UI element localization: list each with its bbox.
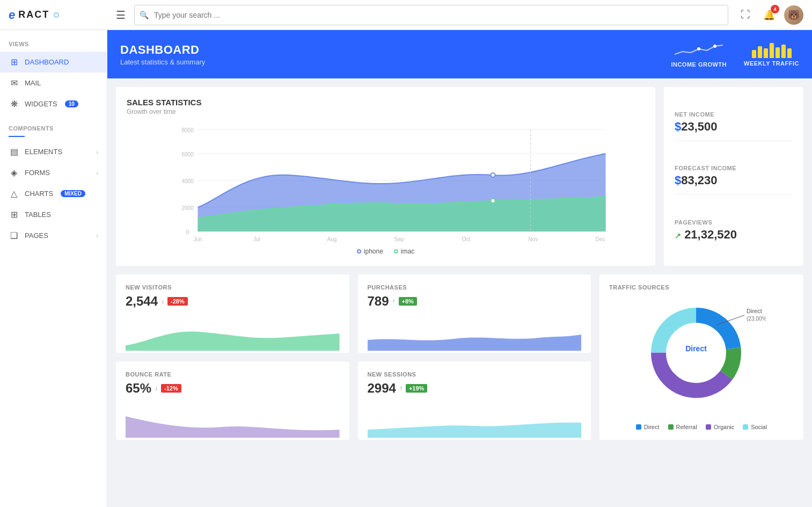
sidebar-item-tables[interactable]: ⊞ TABLES (0, 204, 107, 225)
net-income-label: NET INCOME (675, 111, 793, 118)
sidebar-item-charts[interactable]: △ CHARTS MIXED (0, 183, 107, 204)
metric-row-1: NEW VISITORS 2,544 ↓ -28% (116, 274, 591, 353)
traffic-legend: Direct Referral Organic (636, 424, 767, 430)
down-arrow-icon: ↓ (155, 385, 158, 392)
sidebar-item-elements[interactable]: ▤ ELEMENTS › (0, 141, 107, 162)
organic-dot (706, 424, 711, 430)
sidebar-item-label: DASHBOARD (25, 58, 69, 66)
imac-legend-dot (394, 249, 398, 253)
sidebar-item-mail[interactable]: ✉ MAIL (0, 73, 107, 93)
bottom-row: NEW VISITORS 2,544 ↓ -28% (116, 274, 803, 440)
forecast-income-number: 83,230 (681, 173, 717, 187)
svg-text:Direct: Direct (685, 344, 707, 353)
purchases-change: +8% (399, 297, 417, 306)
avatar[interactable]: 🐻 (784, 5, 803, 25)
sidebar-item-forms[interactable]: ◈ FORMS › (0, 162, 107, 183)
sidebar-item-label: WIDGETS (25, 100, 57, 108)
fullscreen-icon[interactable]: ⛶ (737, 6, 754, 24)
chart-legend: iphone imac (127, 248, 645, 255)
pages-icon: ❏ (9, 230, 19, 241)
sidebar: VIEWS ⊞ DASHBOARD ✉ MAIL ❋ WIDGETS 10 CO… (0, 30, 107, 507)
svg-text:0: 0 (186, 229, 189, 235)
svg-text:Jun: Jun (193, 236, 202, 242)
net-income-value: $23,500 (675, 120, 793, 134)
logo-dot (54, 12, 59, 18)
sidebar-item-widgets[interactable]: ❋ WIDGETS 10 (0, 93, 107, 114)
svg-text:Direct: Direct (747, 308, 762, 314)
svg-text:Oct: Oct (462, 236, 471, 242)
up-arrow-icon: ↑ (399, 385, 403, 392)
iphone-legend-dot (357, 249, 361, 253)
weekly-traffic-label: WEEKLY TRAFFIC (744, 60, 799, 67)
referral-dot (668, 424, 674, 430)
legend-referral: Referral (668, 424, 697, 430)
new-sessions-card: NEW SESSIONS 2994 ↑ +19% (358, 361, 591, 440)
puzzle-icon: ❋ (9, 99, 19, 109)
bounce-rate-number: 65% (126, 381, 151, 396)
pageviews-stat: PAGEVIEWS ↗ 21,32,520 (675, 213, 793, 248)
metric-row-2: BOUNCE RATE 65% ↓ -12% (116, 361, 591, 440)
traffic-sources-card: TRAFFIC SOURCES (599, 274, 803, 440)
logo-icon: e (9, 8, 15, 22)
income-growth-widget[interactable]: INCOME GROWTH (671, 41, 727, 68)
table-icon: ⊞ (9, 209, 19, 220)
new-visitors-number: 2,544 (126, 294, 158, 309)
dashboard-title-area: DASHBOARD Latest statistics & summary (120, 43, 205, 66)
svg-point-13 (491, 199, 495, 203)
legend-iphone: iphone (357, 248, 383, 255)
metric-cards-area: NEW VISITORS 2,544 ↓ -28% (116, 274, 591, 440)
donut-chart: Direct Direct (23.00%) (637, 299, 766, 407)
search-input[interactable] (134, 5, 728, 25)
net-income-stat: NET INCOME $23,500 (675, 105, 793, 141)
search-container: 🔍 (134, 5, 728, 25)
social-label: Social (751, 424, 767, 430)
stats-sidebar: NET INCOME $23,500 FORECAST INCOME $83,2… (664, 87, 803, 266)
layers-icon: ▤ (9, 147, 19, 157)
section-underline (9, 136, 25, 137)
weekly-traffic-widget[interactable]: WEEKLY TRAFFIC (744, 42, 799, 67)
views-label: VIEWS (0, 30, 107, 52)
svg-point-12 (491, 173, 495, 177)
bounce-rate-change: -12% (161, 384, 181, 393)
sidebar-item-label: MAIL (25, 79, 41, 87)
legend-organic: Organic (706, 424, 735, 430)
forms-icon: ◈ (9, 168, 19, 178)
bounce-rate-value: 65% ↓ -12% (126, 381, 340, 396)
sidebar-item-dashboard[interactable]: ⊞ DASHBOARD (0, 52, 107, 73)
new-sessions-chart (368, 405, 582, 438)
notification-icon[interactable]: 🔔 4 (760, 6, 778, 24)
iphone-label: iphone (364, 248, 383, 255)
bounce-rate-card: BOUNCE RATE 65% ↓ -12% (116, 361, 349, 440)
forecast-income-label: FORECAST INCOME (675, 165, 793, 171)
social-dot (743, 424, 748, 430)
hamburger-button[interactable]: ☰ (107, 9, 134, 21)
donut-area: Direct Direct (23.00%) Direct (609, 299, 794, 430)
trend-up-icon: ↗ (675, 231, 681, 240)
topbar: e RACT ☰ 🔍 ⛶ 🔔 4 🐻 (0, 0, 812, 30)
sales-chart-subtitle: Growth over time (127, 108, 645, 115)
widgets-badge: 10 (65, 100, 78, 107)
organic-label: Organic (714, 424, 735, 430)
dashboard-header: DASHBOARD Latest statistics & summary IN… (107, 30, 812, 78)
purchases-card: PURCHASES 789 ↑ +8% (358, 274, 591, 353)
sidebar-item-label: TABLES (25, 211, 51, 219)
svg-text:Jul: Jul (253, 236, 260, 242)
svg-point-0 (697, 47, 700, 50)
traffic-sources-title: TRAFFIC SOURCES (609, 284, 794, 291)
chevron-right-icon: › (96, 149, 98, 155)
chevron-right-icon: › (96, 170, 98, 176)
svg-text:Nov: Nov (529, 236, 538, 242)
svg-point-1 (713, 45, 716, 48)
topbar-right: ⛶ 🔔 4 🐻 (728, 5, 812, 25)
bounce-rate-chart (126, 405, 340, 438)
sales-card: SALES STATISTICS Growth over time 8000 6… (116, 87, 655, 266)
svg-text:8000: 8000 (182, 127, 194, 133)
legend-imac: imac (394, 248, 414, 255)
referral-label: Referral (676, 424, 697, 430)
direct-label: Direct (644, 424, 660, 430)
sidebar-item-pages[interactable]: ❏ PAGES › (0, 225, 107, 246)
search-icon: 🔍 (140, 11, 149, 19)
legend-social: Social (743, 424, 767, 430)
up-arrow-icon: ↑ (392, 298, 396, 305)
chart-icon: △ (9, 189, 19, 199)
